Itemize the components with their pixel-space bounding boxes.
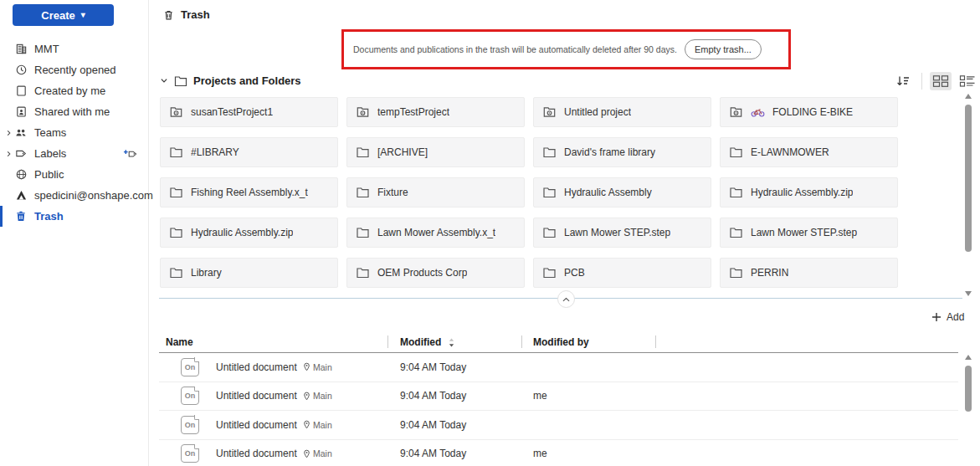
folder-icon [356,227,370,238]
card-label: E-LAWNMOWER [751,146,829,158]
sidebar-item-teams[interactable]: Teams [0,122,148,143]
sidebar-item-recently-opened[interactable]: Recently opened [0,59,148,80]
workspace-pin-icon [303,449,310,458]
folder-card[interactable]: OEM Products Corp [346,258,525,288]
onshape-document-icon: On [181,444,199,463]
folder-icon [542,227,557,238]
sidebar-item-shared-with-me[interactable]: Shared with me [0,101,148,122]
project-card[interactable]: tempTestProject [346,97,525,127]
view-controls [892,72,978,90]
trash-title-icon [163,9,174,21]
add-button[interactable]: Add [926,310,969,324]
column-divider[interactable] [521,335,522,348]
column-header-modified[interactable]: Modified [400,336,455,348]
table-header: Name Modified Modified by [159,335,958,353]
drive-icon [13,189,28,202]
sidebar-item-label: Teams [34,126,66,139]
projects-folders-section-header[interactable]: Projects and Folders [160,74,301,87]
project-card[interactable]: susanTestProject1 [160,97,338,127]
folder-card[interactable]: E-LAWNMOWER [720,137,898,167]
folder-card[interactable]: Lawn Mower Assembly.x_t [346,218,525,248]
card-label: [ARCHIVE] [377,146,428,158]
shared-document-icon [13,105,28,119]
sidebar-item-mmt[interactable]: MMT [0,38,148,59]
column-header-modified-by[interactable]: Modified by [533,336,589,348]
company-icon [13,43,28,56]
scroll-up-arrow-icon[interactable] [965,355,972,360]
scroll-up-arrow-icon[interactable] [965,94,972,99]
sidebar-item-label: Created by me [34,84,105,97]
trash-notice-text: Documents and publications in the trash … [353,44,677,54]
folder-card[interactable]: Lawn Mower STEP.step [720,218,898,248]
folder-card[interactable]: PCB [533,258,711,288]
create-button[interactable]: Create ▾ [13,4,114,26]
document-name: Untitled document [216,390,297,402]
folder-card[interactable]: [ARCHIVE] [346,137,525,167]
folder-icon [174,75,187,87]
card-label: PCB [564,267,585,279]
sort-descending-icon[interactable] [892,72,914,90]
folder-icon [356,146,370,158]
label-tag-icon [13,147,28,161]
empty-trash-button[interactable]: Empty trash... [685,39,762,59]
grid-scrollbar[interactable] [963,94,973,300]
grid-view-button[interactable] [930,72,952,90]
card-label: PERRIN [751,267,788,279]
collapse-grid-button[interactable] [557,290,575,308]
document-name: Untitled document [216,419,297,431]
sidebar-item-drive-account[interactable]: spedicini@onshape.com [0,185,148,206]
chevron-up-icon [562,297,570,302]
table-row[interactable]: On Untitled document Main 9:04 AM Today [159,353,958,382]
onshape-document-icon: On [181,416,199,434]
chevron-right-icon[interactable] [3,130,13,136]
folder-card[interactable]: Hydraulic Assembly.zip [720,177,898,207]
chevron-right-icon[interactable] [3,151,13,157]
branch-indicator: Main [303,420,332,430]
card-label: OEM Products Corp [377,267,467,279]
table-row[interactable]: On Untitled document Main 9:04 AM Today [159,411,958,440]
project-icon [542,105,557,119]
card-label: susanTestProject1 [191,106,273,118]
folder-card[interactable]: PERRIN [720,258,898,288]
folder-card[interactable]: #LIBRARY [160,137,338,167]
scroll-down-arrow-icon[interactable] [965,291,972,296]
section-title: Projects and Folders [193,74,301,87]
card-label: Hydraulic Assembly.zip [751,187,853,198]
folder-icon [356,267,370,279]
folder-card[interactable]: Hydraulic Assembly.zip [160,218,338,248]
column-divider[interactable] [387,335,388,348]
sidebar-item-labels[interactable]: Labels [0,143,148,164]
folder-card[interactable]: Fixture [346,177,525,207]
chevron-down-icon[interactable] [160,77,168,84]
scrollbar-thumb[interactable] [965,366,972,412]
column-header-name[interactable]: Name [166,336,193,348]
card-label: FOLDING E-BIKE [772,106,853,118]
folder-card[interactable]: Lawn Mower STEP.step [533,218,711,248]
project-card[interactable]: Untitled project [533,97,711,127]
list-view-button[interactable] [957,72,978,90]
project-icon [169,105,183,119]
scrollbar-thumb[interactable] [965,105,972,252]
page-header: Trash [163,8,210,21]
sidebar-item-public[interactable]: Public [0,164,148,185]
sidebar-item-label: Trash [34,210,64,223]
sidebar-item-label: Public [34,168,64,181]
trash-icon [13,210,28,223]
project-card[interactable]: FOLDING E-BIKE [720,97,898,127]
card-label: #LIBRARY [191,146,239,158]
table-scrollbar[interactable] [963,355,973,465]
sidebar-item-trash[interactable]: Trash [0,206,148,227]
table-row[interactable]: On Untitled document Main 9:04 AM Today … [159,440,958,466]
folder-card[interactable]: David's frame library [533,137,711,167]
plus-icon [931,312,942,322]
sidebar-item-created-by-me[interactable]: Created by me [0,80,148,101]
table-row[interactable]: On Untitled document Main 9:04 AM Today … [159,382,958,412]
folder-card[interactable]: Hydraulic Assembly [533,177,711,207]
add-label-icon[interactable] [123,149,138,159]
column-divider[interactable] [655,335,656,348]
folder-icon [169,146,183,158]
caret-down-icon: ▾ [81,11,85,19]
folder-card[interactable]: Fishing Reel Assembly.x_t [160,177,338,207]
folder-card[interactable]: Library [160,258,338,288]
sort-arrows-icon [448,337,455,348]
